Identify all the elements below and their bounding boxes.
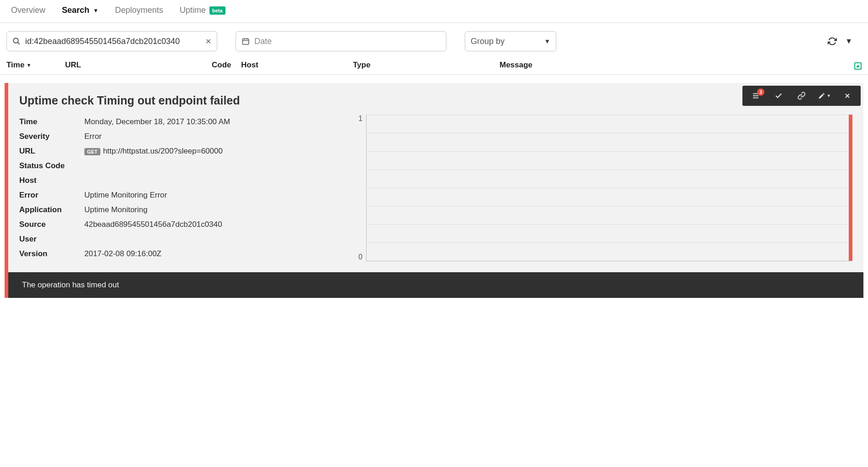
clear-search-icon[interactable]: ✕ — [205, 37, 211, 46]
tab-uptime-label: Uptime — [180, 5, 206, 15]
badge-count: 3 — [757, 88, 764, 96]
field-version-label: Version — [19, 249, 84, 258]
refresh-icon[interactable] — [828, 37, 837, 46]
gridline — [367, 206, 852, 206]
log-detail-panel: Uptime check Timing out endpoint failed … — [5, 83, 863, 298]
collapse-icon — [854, 62, 862, 70]
field-user-label: User — [19, 235, 84, 244]
tab-uptime[interactable]: Uptime beta — [180, 5, 225, 15]
field-severity: SeverityError — [19, 129, 349, 144]
field-app-label: Application — [19, 205, 84, 214]
chart-y-axis: 1 0 — [358, 115, 366, 261]
http-method-badge: GET — [84, 148, 100, 155]
field-error-value: Uptime Monitoring Error — [84, 191, 167, 200]
gridline — [367, 115, 852, 115]
gridline — [367, 242, 852, 243]
field-url: URLGEThttp://httpstat.us/200?sleep=60000 — [19, 144, 349, 159]
field-url-text: http://httpstat.us/200?sleep=60000 — [103, 147, 223, 155]
col-code-header[interactable]: Code — [212, 60, 241, 70]
column-headers: Time ▼ URL Code Host Type Message — [0, 58, 868, 75]
col-time-label: Time — [6, 60, 24, 70]
sort-desc-icon: ▼ — [26, 62, 31, 68]
link-button[interactable] — [790, 88, 813, 104]
search-icon — [12, 37, 21, 45]
y-tick-1: 1 — [358, 115, 363, 123]
field-source-label: Source — [19, 220, 84, 229]
beta-badge: beta — [209, 6, 225, 15]
detail-action-bar: 3 ▼ — [742, 86, 861, 106]
search-wrap[interactable]: ✕ — [6, 31, 217, 51]
date-input[interactable] — [254, 37, 440, 46]
svg-line-1 — [18, 43, 20, 44]
list-button[interactable]: 3 — [744, 88, 767, 104]
calendar-icon — [242, 37, 250, 45]
detail-header: Uptime check Timing out endpoint failed — [8, 83, 863, 115]
field-app-value: Uptime Monitoring — [84, 205, 148, 214]
gridline — [367, 170, 852, 170]
main-tabbar: Overview Search ▼ Deployments Uptime bet… — [0, 0, 868, 23]
group-by-label: Group by — [471, 37, 505, 46]
svg-rect-2 — [242, 39, 249, 44]
edit-button[interactable]: ▼ — [813, 88, 836, 104]
field-severity-value: Error — [84, 132, 102, 141]
search-input[interactable] — [25, 37, 205, 46]
chevron-down-icon: ▼ — [93, 7, 99, 14]
field-version-value: 2017-02-08 09:16:00Z — [84, 249, 161, 258]
col-host-header[interactable]: Host — [241, 60, 353, 70]
collapse-all-button[interactable] — [852, 60, 862, 70]
field-host-label: Host — [19, 176, 84, 185]
detail-fields: TimeMonday, December 18, 2017 10:35:00 A… — [19, 115, 349, 261]
y-tick-0: 0 — [358, 253, 363, 261]
field-time-label: Time — [19, 117, 84, 126]
tab-deployments[interactable]: Deployments — [115, 5, 163, 15]
field-severity-label: Severity — [19, 132, 84, 141]
field-time-value: Monday, December 18, 2017 10:35:00 AM — [84, 117, 230, 126]
col-time-header[interactable]: Time ▼ — [6, 60, 65, 70]
chevron-down-icon: ▼ — [827, 93, 831, 98]
field-host: Host — [19, 173, 349, 188]
field-user: User — [19, 232, 349, 247]
filter-bar: ✕ Group by ▼ ▼ — [0, 23, 868, 58]
detail-message: The operation has timed out — [8, 272, 863, 298]
tab-overview[interactable]: Overview — [11, 5, 45, 15]
field-error-label: Error — [19, 191, 84, 200]
tab-search[interactable]: Search ▼ — [62, 5, 99, 15]
col-message-header[interactable]: Message — [500, 60, 852, 70]
chevron-down-icon: ▼ — [544, 38, 550, 45]
field-application: ApplicationUptime Monitoring — [19, 203, 349, 217]
col-url-header[interactable]: URL — [65, 60, 212, 70]
gridline — [367, 133, 852, 133]
field-time: TimeMonday, December 18, 2017 10:35:00 A… — [19, 115, 349, 129]
resolve-button[interactable] — [767, 88, 790, 104]
detail-body: TimeMonday, December 18, 2017 10:35:00 A… — [8, 115, 863, 272]
gridline — [367, 151, 852, 152]
field-error: ErrorUptime Monitoring Error — [19, 188, 349, 203]
detail-title: Uptime check Timing out endpoint failed — [19, 94, 852, 107]
field-version: Version2017-02-08 09:16:00Z — [19, 247, 349, 261]
toolbar-right: ▼ — [828, 37, 862, 46]
chevron-down-icon[interactable]: ▼ — [845, 37, 852, 45]
mini-chart: 1 0 — [349, 115, 852, 261]
field-url-value: GEThttp://httpstat.us/200?sleep=60000 — [84, 147, 223, 156]
col-type-header[interactable]: Type — [353, 60, 500, 70]
group-by-select[interactable]: Group by ▼ — [465, 31, 556, 51]
tab-search-label: Search — [62, 5, 89, 15]
field-status-label: Status Code — [19, 161, 84, 170]
field-status: Status Code — [19, 159, 349, 173]
close-button[interactable] — [836, 88, 859, 104]
chart-area — [366, 115, 852, 261]
field-url-label: URL — [19, 147, 84, 156]
gridline — [367, 188, 852, 188]
gridline — [367, 224, 852, 225]
field-source-value: 42beaad689545501456a7dcb201c0340 — [84, 220, 222, 229]
field-source: Source42beaad689545501456a7dcb201c0340 — [19, 217, 349, 232]
svg-point-0 — [13, 38, 18, 43]
date-wrap[interactable] — [236, 31, 446, 51]
